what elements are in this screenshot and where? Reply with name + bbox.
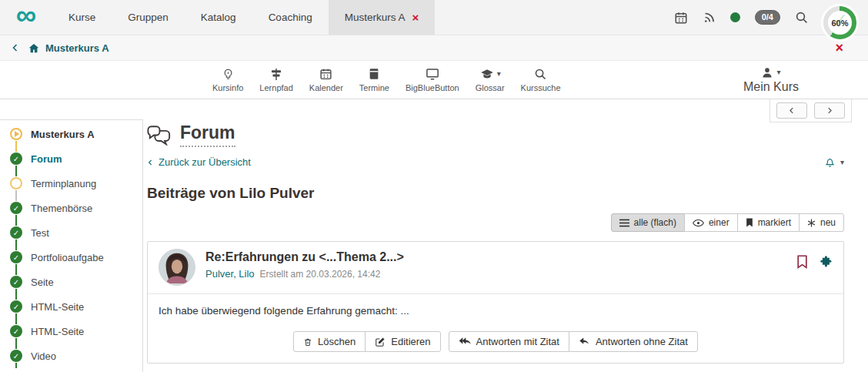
back-to-overview-link[interactable]: Zurück zur Übersicht [147,156,251,168]
post-author-link[interactable]: Pulver, Lilo [205,268,255,280]
graduation-cap-icon [479,68,495,81]
toolbar-glossar[interactable]: ▾ Glossar [469,65,511,94]
puzzle-icon[interactable] [819,255,833,269]
chevron-down-icon: ▾ [776,69,780,76]
posts-heading: Beiträge von Lilo Pulver [147,185,844,202]
sidebar-item-html-seite-1[interactable]: ✓ HTML-Seite [0,294,142,319]
chevron-right-icon [826,106,833,115]
next-button[interactable] [814,102,845,119]
reply-all-icon [459,337,471,347]
sidebar-item-seite[interactable]: ✓ Seite [0,270,142,294]
sidebar-item-themenboerse[interactable]: ✓ Themenbörse [0,196,142,220]
filter-neu[interactable]: neu [799,213,844,232]
home-icon [28,42,40,54]
filter-alle-flach[interactable]: alle (flach) [611,213,685,232]
tab-katalog[interactable]: Katalog [185,0,252,35]
tab-musterkurs[interactable]: Musterkurs A × [329,0,436,35]
forum-post-card: Re:Erfahrungen zu <...Thema 2...> Pulver… [147,241,844,364]
chevron-down-icon: ▾ [840,159,844,166]
sidebar-item-video[interactable]: ✓ Video [0,344,142,368]
post-header: Re:Erfahrungen zu <...Thema 2...> Pulver… [148,242,843,294]
close-tab-icon[interactable]: × [412,12,419,23]
breadcrumb-course-link[interactable]: Musterkurs A [28,42,109,54]
sidebar-item-portfolioaufgabe[interactable]: ✓ Portfolioaufgabe [0,245,142,270]
list-icon [619,219,629,227]
book-icon [368,66,380,82]
filter-einer[interactable]: einer [684,213,738,232]
subscribe-menu[interactable]: ▾ [824,156,844,169]
post-body: Ich habe überwiegend folgende Erfahrung … [148,294,843,328]
eye-icon [693,219,704,227]
signpost-icon [269,66,283,82]
filter-markiert[interactable]: markiert [737,213,800,232]
reply-action-group: Antworten mit Zitat Antworten ohne Zitat [449,331,698,352]
sidebar-item-terminplanung[interactable]: Terminplanung [0,171,142,196]
close-course-icon[interactable]: × [835,41,843,55]
tab-coaching[interactable]: Coaching [252,0,329,35]
bookmark-post-icon[interactable] [796,255,808,269]
done-check-icon: ✓ [10,251,22,263]
online-status-dot [730,12,740,22]
main-content: Forum Zurück zur Übersicht ▾ Beiträge vo… [143,119,868,372]
toolbar-termine[interactable]: Termine [353,65,396,94]
chevron-down-icon: ▾ [497,70,501,78]
sidebar-item-test[interactable]: ✓ Test [0,220,142,245]
toolbar-lernpfad[interactable]: Lernpfad [253,65,299,94]
done-check-icon: ✓ [10,226,22,239]
tab-kurse[interactable]: Kurse [52,0,112,35]
post-header-icons [796,249,833,269]
reply-without-quote-button[interactable]: Antworten ohne Zitat [569,331,698,352]
reply-with-quote-button[interactable]: Antworten mit Zitat [449,331,569,352]
view-filter-group: alle (flach) einer markiert neu [147,213,844,232]
pencil-square-icon [375,337,386,347]
sub-header-row: Zurück zur Übersicht ▾ [147,156,844,169]
top-navbar: ∞ Kurse Gruppen Katalog Coaching Musterk… [0,0,868,35]
todo-circle-icon [10,177,22,189]
tab-label: Katalog [201,12,236,23]
tab-label: Musterkurs A [345,12,406,23]
toolbar-kursinfo[interactable]: Kursinfo [206,65,249,94]
toolbar-items: Kursinfo Lernpfad Kalender Termine BigBl… [206,65,567,94]
display-icon [425,66,440,82]
trash-icon [303,337,312,347]
breadcrumb-back-icon[interactable] [11,42,20,53]
tab-label: Kurse [68,12,95,23]
previous-button[interactable] [776,102,807,119]
tab-gruppen[interactable]: Gruppen [112,0,185,35]
rss-feed-icon[interactable] [703,11,716,24]
post-actions: Löschen Editieren Antworten mit Zitat An… [148,328,843,363]
done-check-icon: ✓ [10,152,22,165]
forum-bubbles-icon [147,125,172,146]
bookmark-icon [746,218,753,227]
in-progress-icon [10,128,22,140]
tab-label: Coaching [269,12,312,23]
progress-value: 60% [831,18,848,28]
done-check-icon: ✓ [10,202,22,214]
assessment-badge[interactable]: 0/4 [755,10,780,25]
tab-label: Gruppen [128,12,169,23]
toolbar-kalender[interactable]: Kalender [303,65,349,94]
page-title-row: Forum [147,122,844,147]
mein-kurs-menu[interactable]: ▾ Mein Kurs [743,65,799,94]
toolbar-bigbluebutton[interactable]: BigBlueButton [399,65,466,94]
post-author-avatar [159,249,195,286]
breadcrumb-label: Musterkurs A [45,42,109,54]
sidebar-item-html-seite-2[interactable]: ✓ HTML-Seite [0,319,142,344]
bell-icon [824,156,836,169]
reply-icon [579,337,590,347]
edit-button[interactable]: Editieren [365,331,440,352]
toolbar-kurssuche[interactable]: Kurssuche [515,65,567,94]
post-title: Re:Erfahrungen zu <...Thema 2...> [205,250,404,264]
chevron-left-icon [788,106,796,115]
openolat-logo-icon[interactable]: ∞ [0,0,52,35]
sidebar-item-forum[interactable]: ✓ Forum [0,146,142,171]
delete-button[interactable]: Löschen [293,331,366,352]
course-pager [770,99,852,122]
breadcrumb: Musterkurs A × [0,35,868,61]
search-icon[interactable] [795,11,809,25]
done-check-icon: ✓ [10,300,22,313]
sidebar-item-musterkurs[interactable]: Musterkurs A [0,122,142,146]
post-meta-row: Pulver, Lilo Erstellt am 20.03.2026, 14:… [205,268,404,280]
chevron-left-icon [147,158,154,167]
calendar-icon[interactable] [674,11,688,25]
